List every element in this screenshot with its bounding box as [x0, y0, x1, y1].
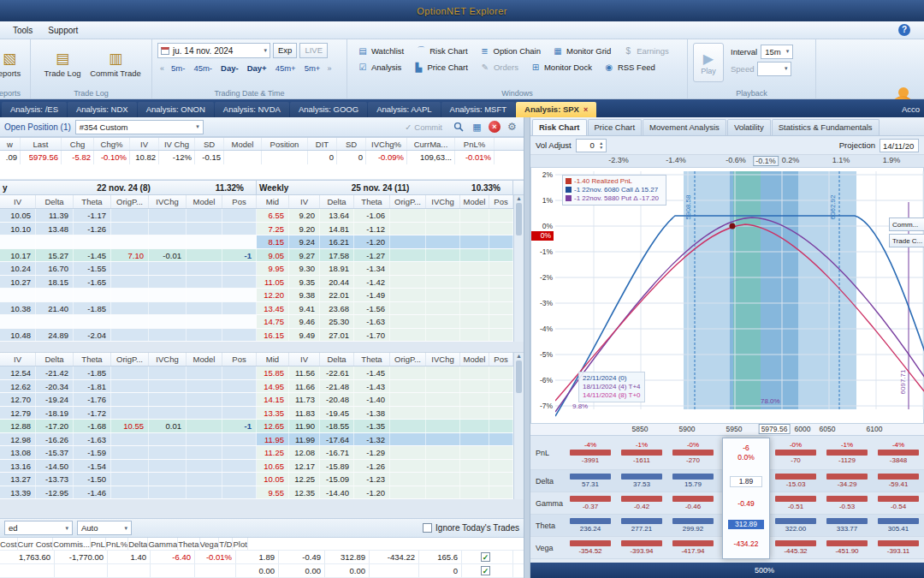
option-chain-row[interactable]: 13.08-15.37 -1.59 11.2512.08 -16.71-1.29 [0, 446, 524, 460]
column-header[interactable]: OrigP... [111, 195, 149, 208]
option-chain-row[interactable]: 8.159.24 16.21-1.20 [0, 235, 524, 249]
panel-splitter[interactable] [524, 117, 530, 578]
speed-select[interactable]: ▾ [757, 62, 791, 76]
position-select[interactable]: #354 Custom ▾ [75, 120, 204, 134]
column-header[interactable]: SD [337, 138, 366, 150]
time-step-button[interactable]: 5m- [167, 63, 189, 74]
risk-panel-tab[interactable]: Movement Analysis [643, 119, 726, 135]
column-header[interactable]: T/D [219, 538, 233, 550]
plot-checkbox[interactable]: ✓ [481, 566, 490, 575]
column-header[interactable]: PnL [91, 538, 106, 550]
time-step-button[interactable]: 5m+ [300, 63, 325, 74]
window-toggle-button[interactable]: ✎ Orders [475, 61, 524, 74]
column-header[interactable]: Curr Cost [18, 538, 54, 550]
mode-select[interactable]: Auto ▾ [77, 521, 132, 535]
column-header[interactable]: IVChg [426, 195, 460, 208]
column-header[interactable]: Theta [178, 538, 199, 550]
option-chain-row[interactable]: 14.759.46 25.30-1.63 [0, 315, 524, 329]
reports-button[interactable]: ▧ eports [0, 43, 31, 86]
plot-checkbox[interactable]: ✓ [481, 552, 490, 562]
menu-item[interactable]: Tools [5, 24, 40, 37]
column-header[interactable]: CurrMa... [407, 138, 455, 150]
column-header[interactable]: Model [187, 195, 222, 208]
step-forward-icon[interactable]: » [324, 64, 334, 73]
interval-select[interactable]: 15m ▾ [761, 45, 793, 59]
column-header[interactable]: Theta [354, 353, 390, 366]
position-table-row[interactable]: .09 5979.56 -5.82 -0.10% 10.82 -12% -0.1… [0, 151, 524, 164]
column-header[interactable]: Mid [257, 195, 289, 208]
vol-adjust-stepper[interactable]: 0 ▲▼ [576, 139, 607, 152]
column-header[interactable]: Delta [320, 195, 354, 208]
percent-label[interactable]: -0.6% [726, 156, 746, 164]
play-button[interactable]: ▶ Play [693, 43, 724, 82]
column-header[interactable]: Delta [320, 353, 354, 366]
analysis-tab[interactable]: Analysis: MSFT × [441, 102, 516, 117]
column-header[interactable]: Model [460, 195, 489, 208]
column-header[interactable]: IV [0, 353, 36, 366]
option-chain-row[interactable]: 12.79-18.19 -1.72 13.3511.83 -19.45-1.38 [0, 407, 524, 420]
column-header[interactable]: SD [195, 138, 224, 150]
projection-date-input[interactable]: 14/11/20 [880, 139, 919, 152]
time-step-button[interactable]: 45m+ [271, 63, 300, 74]
column-header[interactable]: OrigP... [390, 353, 426, 366]
column-header[interactable]: IV [130, 138, 159, 150]
option-chain-row[interactable]: 10.1013.48 -1.26 7.259.20 14.81-1.12 [0, 223, 524, 236]
analysis-tab[interactable]: Analysis: GOOG × [290, 102, 367, 117]
column-header[interactable]: Pos [489, 195, 513, 208]
scrollbar-puts[interactable]: ▲ [513, 353, 524, 499]
option-chain-row[interactable]: 12.98-16.26 -1.63 11.9511.99 -17.64-1.32 [0, 433, 524, 447]
column-header[interactable]: Pos [222, 353, 257, 366]
window-toggle-button[interactable]: ☑ Analysis [352, 61, 406, 74]
column-header[interactable]: Model [460, 353, 489, 366]
risk-panel-tab[interactable]: Statistics & Fundamentals [772, 119, 880, 135]
column-header[interactable]: Plot [233, 538, 247, 550]
option-chain-row[interactable]: 10.4824.89 -2.04 16.159.49 27.01-1.70 [0, 329, 524, 343]
option-chain-row[interactable]: 12.209.38 22.01-1.49 [0, 289, 524, 302]
column-header[interactable]: IV Chg [159, 138, 195, 150]
menu-item[interactable]: Support [40, 24, 86, 37]
column-header[interactable]: Cost [0, 538, 18, 550]
column-header[interactable]: w [0, 138, 21, 150]
option-chain-row[interactable]: 10.2416.70 -1.55 9.959.30 18.91-1.34 [0, 262, 524, 276]
column-header[interactable]: OrigP... [390, 195, 426, 208]
scrollbar-calls[interactable]: ▲ [513, 195, 524, 342]
time-step-button[interactable]: Day+ [243, 63, 271, 74]
trades-view-select[interactable]: ed ▾ [4, 521, 73, 535]
remove-position-icon[interactable]: × [489, 121, 500, 133]
column-header[interactable]: Mid [257, 353, 289, 366]
percent-label[interactable]: -0.1% [753, 156, 779, 166]
ignore-trades-checkbox[interactable] [423, 523, 432, 533]
column-header[interactable]: IVChg% [366, 138, 407, 150]
column-header[interactable]: Delta [128, 538, 148, 550]
percent-label[interactable]: 1.9% [883, 156, 901, 164]
column-header[interactable]: OrigP... [111, 353, 149, 366]
column-header[interactable]: PnL% [455, 138, 495, 150]
risk-panel-tab[interactable]: Volatility [727, 119, 771, 135]
percent-label[interactable]: 0.2% [782, 156, 800, 164]
analysis-tab[interactable]: Analysis: ONON × [138, 102, 214, 117]
settings-gear-icon[interactable]: ⚙ [505, 120, 519, 134]
column-header[interactable]: Vega [200, 538, 220, 550]
side-button[interactable]: Trade C... [889, 234, 924, 247]
column-header[interactable]: IV [289, 195, 320, 208]
column-header[interactable]: Delta [36, 353, 74, 366]
option-chain-row[interactable]: 13.16-14.50 -1.54 10.6512.17 -15.89-1.26 [0, 460, 524, 474]
option-chain-row[interactable]: 10.3821.40 -1.85 13.459.41 23.68-1.56 [0, 302, 524, 316]
column-header[interactable]: DIT [308, 138, 337, 150]
column-header[interactable]: Chg% [94, 138, 130, 150]
column-header[interactable]: PnL% [106, 538, 128, 550]
window-toggle-button[interactable]: ▙ Price Chart [408, 61, 473, 74]
option-chain-row[interactable]: 12.88-17.20 -1.6810.55 0.01 -1 12.6511.9… [0, 420, 524, 433]
option-chain-row[interactable]: 10.2718.15 -1.65 11.059.35 20.44-1.42 [0, 276, 524, 289]
column-header[interactable]: Model [224, 138, 262, 150]
column-header[interactable]: Position [262, 138, 308, 150]
window-toggle-button[interactable]: ◉ RSS Feed [599, 61, 660, 74]
side-button[interactable]: Comm... [889, 217, 924, 231]
window-toggle-button[interactable]: ⌒ Risk Chart [411, 43, 472, 58]
window-toggle-button[interactable]: ▤ Watchlist [352, 43, 409, 58]
option-chain-row[interactable]: 12.54-21.42 -1.85 15.8511.56 -22.61-1.45 [0, 366, 524, 380]
step-back-icon[interactable]: « [157, 64, 167, 73]
option-chain-row[interactable]: 12.70-19.24 -1.76 14.1511.73 -20.48-1.40 [0, 393, 524, 407]
summary-row[interactable]: 1,763.60-1,770.00 1.40-6.40 -0.01%1.89 -… [0, 551, 524, 564]
window-toggle-button[interactable]: ▦ Monitor Grid [548, 43, 616, 58]
